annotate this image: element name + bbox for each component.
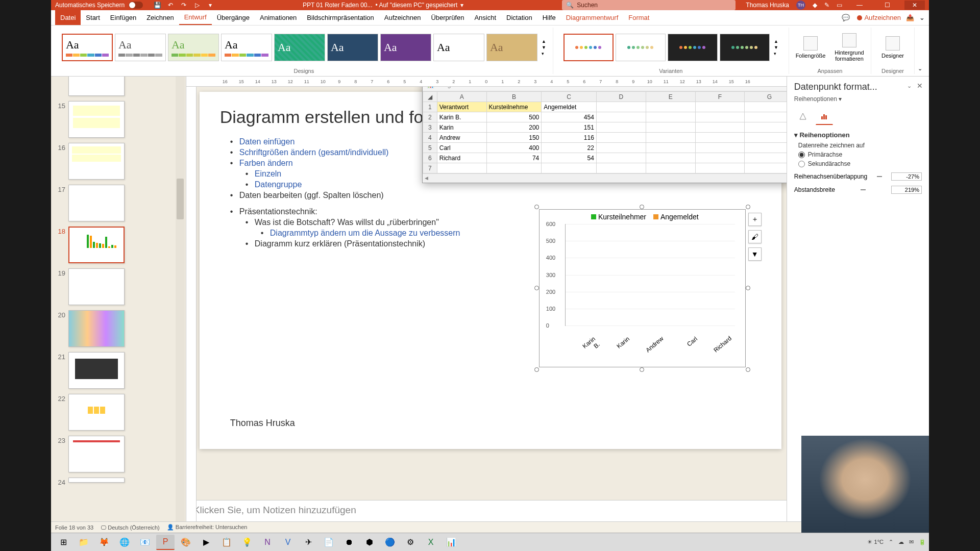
- tab-design[interactable]: Entwurf: [179, 10, 212, 25]
- slide-thumb-17[interactable]: [68, 185, 125, 221]
- slide-thumb-20[interactable]: [68, 310, 125, 347]
- taskbar-app-1[interactable]: 🎨: [177, 535, 195, 550]
- chart-styles-button[interactable]: 🖌: [748, 230, 762, 243]
- taskbar-settings[interactable]: ⚙: [401, 535, 420, 550]
- variant-3[interactable]: [668, 34, 718, 61]
- taskbar-app-7[interactable]: 🔵: [381, 535, 399, 550]
- user-name[interactable]: Thomas Hruska: [746, 2, 789, 9]
- taskbar-outlook[interactable]: 📧: [136, 535, 154, 550]
- data-cell[interactable]: Carl: [437, 143, 486, 153]
- redo-icon[interactable]: ↷: [180, 1, 188, 9]
- ribbon-collapse-icon[interactable]: ⌄: [919, 14, 925, 21]
- design-theme-8[interactable]: Aa: [433, 34, 484, 61]
- taskbar-chrome[interactable]: 🌐: [115, 535, 134, 550]
- tray-expand-icon[interactable]: ⌃: [889, 539, 893, 545]
- design-theme-6[interactable]: Aa: [327, 34, 378, 61]
- accessibility-check[interactable]: 👤 Barrierefreiheit: Untersuchen: [167, 524, 248, 531]
- taskbar-vlc[interactable]: ▶: [197, 535, 215, 550]
- data-cell[interactable]: 400: [486, 143, 542, 153]
- maximize-button[interactable]: ☐: [877, 1, 897, 10]
- format-pane-dropdown[interactable]: Reihenoptionen ▾: [794, 95, 922, 103]
- design-theme-9[interactable]: Aa: [486, 34, 537, 61]
- primary-axis-radio[interactable]: Primärachse: [798, 151, 922, 158]
- share-icon[interactable]: 📤: [906, 14, 914, 21]
- comments-icon[interactable]: 💬: [842, 14, 850, 21]
- tab-review[interactable]: Überprüfen: [426, 10, 469, 25]
- series-options-header[interactable]: ▾ Reihenoptionen: [794, 131, 922, 139]
- data-cell[interactable]: 200: [486, 122, 542, 133]
- design-theme-1[interactable]: Aa: [62, 34, 113, 61]
- gap-slider[interactable]: [861, 186, 866, 193]
- tray-onedrive-icon[interactable]: ☁: [898, 539, 904, 545]
- user-avatar[interactable]: TH: [796, 1, 805, 10]
- format-bg-button[interactable]: Hintergrund formatieren: [831, 31, 868, 64]
- slide-thumb-24[interactable]: [68, 478, 125, 483]
- design-theme-7[interactable]: Aa: [380, 34, 431, 61]
- variants-scroll-down[interactable]: ▼: [774, 45, 778, 50]
- tray-battery-icon[interactable]: 🔋: [919, 539, 926, 545]
- taskbar-obs[interactable]: ⏺: [340, 535, 358, 550]
- slide-thumb-22[interactable]: [68, 394, 125, 431]
- doc-dropdown-icon[interactable]: ▾: [460, 2, 463, 9]
- close-button[interactable]: ✕: [904, 1, 925, 10]
- variant-4[interactable]: [720, 34, 770, 61]
- tab-help[interactable]: Hilfe: [537, 10, 561, 25]
- design-theme-2[interactable]: Aa: [115, 34, 166, 61]
- tab-dictation[interactable]: Dictation: [501, 10, 537, 25]
- col-E[interactable]: E: [646, 92, 695, 102]
- diamond-icon[interactable]: ◆: [813, 2, 817, 9]
- tab-transitions[interactable]: Übergänge: [212, 10, 255, 25]
- tab-start[interactable]: Start: [81, 10, 105, 25]
- taskbar-powerpoint[interactable]: P: [156, 535, 175, 550]
- weather-widget[interactable]: ☀ 1°C: [867, 539, 884, 545]
- tab-chart-design[interactable]: Diagrammentwurf: [561, 10, 624, 25]
- undo-icon[interactable]: ↶: [166, 1, 175, 9]
- taskbar-onenote[interactable]: N: [258, 535, 277, 550]
- data-cell[interactable]: 116: [542, 133, 597, 143]
- tab-insert[interactable]: Einfügen: [105, 10, 141, 25]
- ribbon-expand-icon[interactable]: ⌄: [918, 65, 922, 72]
- data-cell[interactable]: 74: [486, 153, 542, 163]
- col-G[interactable]: G: [745, 92, 787, 102]
- overlap-slider[interactable]: [877, 173, 882, 180]
- design-theme-3[interactable]: Aa: [168, 34, 219, 61]
- slide-canvas[interactable]: Diagramm erstellen und formatieren Daten…: [200, 92, 781, 449]
- designs-scroll-up[interactable]: ▲: [542, 39, 546, 44]
- data-cell[interactable]: 500: [486, 112, 542, 122]
- cell-A1[interactable]: Verantwort: [437, 102, 486, 112]
- data-cell[interactable]: 150: [486, 133, 542, 143]
- format-tab-series[interactable]: [816, 108, 833, 125]
- tab-draw[interactable]: Zeichnen: [141, 10, 179, 25]
- data-cell[interactable]: 54: [542, 153, 597, 163]
- design-theme-4[interactable]: Aa: [221, 34, 272, 61]
- data-grid[interactable]: ◢ A B C D E F G 1VerantwortKursteilnehme…: [423, 91, 787, 173]
- tray-mail-icon[interactable]: ✉: [909, 539, 914, 545]
- slide-size-button[interactable]: Foliengröße: [792, 34, 829, 61]
- chart-object[interactable]: Kursteilnehmer Angemeldet 01002003004005…: [539, 209, 746, 367]
- designer-button[interactable]: Designer: [874, 34, 911, 61]
- format-pane-collapse-icon[interactable]: ⌄: [907, 83, 912, 89]
- col-B[interactable]: B: [486, 92, 542, 102]
- data-hscrollbar[interactable]: [423, 173, 787, 183]
- taskbar-telegram[interactable]: ✈: [299, 535, 317, 550]
- designs-more[interactable]: ▾: [542, 51, 546, 56]
- chart-data-window[interactable]: 📊 Diagramm in Microsoft PowerPoint ✕ ◢ A…: [422, 87, 787, 183]
- slide-thumb-23[interactable]: [68, 436, 125, 472]
- data-cell[interactable]: 454: [542, 112, 597, 122]
- taskbar-app-2[interactable]: 📋: [217, 535, 236, 550]
- slide-thumb-14[interactable]: [68, 77, 125, 96]
- slide-counter[interactable]: Folie 18 von 33: [55, 524, 93, 531]
- variants-more[interactable]: ▾: [774, 51, 778, 56]
- cell-C1[interactable]: Angemeldet: [542, 102, 597, 112]
- tab-file[interactable]: Datei: [55, 10, 81, 25]
- designs-scroll-down[interactable]: ▼: [542, 45, 546, 50]
- qat-more-icon[interactable]: ▾: [206, 1, 214, 9]
- design-theme-5[interactable]: Aa: [274, 34, 325, 61]
- data-cell[interactable]: Karin: [437, 122, 486, 133]
- select-all-cell[interactable]: ◢: [423, 92, 437, 102]
- taskbar-excel[interactable]: X: [422, 535, 440, 550]
- variant-1[interactable]: [564, 34, 614, 61]
- taskbar-app-6[interactable]: ⬢: [360, 535, 379, 550]
- pen-icon[interactable]: ✎: [824, 2, 829, 9]
- taskbar-app-3[interactable]: 💡: [238, 535, 256, 550]
